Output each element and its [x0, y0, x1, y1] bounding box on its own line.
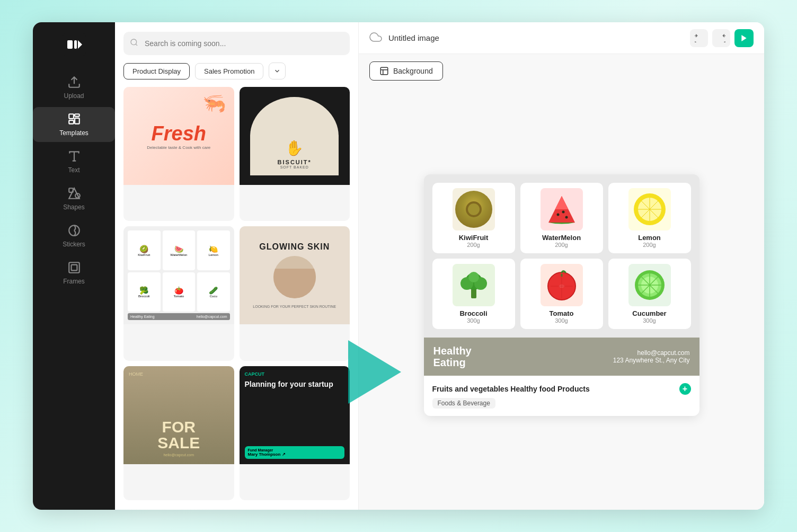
- broccoli-weight: 300g: [467, 317, 480, 324]
- watermelon-name: WaterMelon: [542, 234, 581, 242]
- tab-background-label: Background: [393, 67, 433, 75]
- fruit-cell-cucumber: Cucumber 300g: [608, 259, 691, 329]
- svg-rect-6: [75, 118, 79, 124]
- sidebar-item-label-shapes: Shapes: [63, 203, 85, 211]
- tomato-image: [541, 264, 583, 306]
- lemon-image: [628, 188, 671, 230]
- fruit-cell-tomato: Tomato 300g: [520, 259, 603, 329]
- template-glowing[interactable]: GLOWING SKIN LOOKING FOR YOUR PERFECT SK…: [240, 226, 350, 360]
- sidebar-item-label-upload: Upload: [64, 92, 84, 100]
- sidebar-item-shapes[interactable]: Shapes: [33, 181, 115, 216]
- template-biscuit[interactable]: ✋ BISCUIT* SOFT BAKED: [240, 87, 350, 221]
- cucumber-weight: 300g: [643, 317, 656, 324]
- filter-row: Product Display Sales Promotion: [123, 63, 350, 79]
- svg-rect-4: [69, 114, 74, 119]
- search-input[interactable]: [123, 32, 350, 55]
- broccoli-name: Broccoli: [459, 309, 487, 317]
- svg-rect-12: [71, 265, 77, 271]
- lemon-name: Lemon: [638, 234, 661, 242]
- header-actions: [690, 29, 754, 47]
- svg-point-19: [562, 211, 564, 214]
- redo-button[interactable]: [712, 29, 730, 47]
- kiwi-weight: 200g: [467, 242, 480, 248]
- template-forsale[interactable]: HOME FORSALE hello@capcut.com: [123, 366, 234, 500]
- sidebar-item-frames[interactable]: Frames: [33, 255, 115, 290]
- sidebar-item-label-text: Text: [68, 166, 79, 174]
- filter-more-button[interactable]: [269, 63, 286, 79]
- sidebar-item-upload[interactable]: Upload: [33, 70, 115, 105]
- fresh-title: Fresh: [152, 122, 206, 145]
- main-header: Untitled image: [359, 22, 764, 54]
- watermelon-image: [541, 188, 583, 230]
- footer-address: 123 Anywhere St., Any City: [613, 357, 690, 364]
- canvas-area: KiwiFruit 200g: [359, 81, 764, 510]
- cucumber-name: Cucumber: [632, 309, 666, 317]
- fruit-cell-broccoli: Broccoli 300g: [432, 259, 515, 329]
- tab-background[interactable]: Background: [369, 61, 443, 81]
- lemon-weight: 200g: [643, 242, 656, 248]
- kiwi-name: KiwiFruit: [459, 234, 489, 242]
- footer-brand: Healthy Eating: [433, 345, 472, 368]
- svg-point-18: [556, 214, 559, 216]
- canvas-info-title-text: Fruits and vegetables Healthy food Produ…: [432, 385, 590, 393]
- search-bar-wrap: [123, 32, 350, 55]
- canvas-info-title-row: Fruits and vegetables Healthy food Produ…: [432, 383, 691, 395]
- templates-grid: Fresh Delectable taste & Cook with care …: [123, 87, 350, 500]
- play-button[interactable]: [734, 29, 754, 47]
- fruit-cell-lemon: Lemon 200g: [608, 183, 691, 253]
- broccoli-image: [453, 264, 495, 306]
- cloud-icon: [369, 31, 382, 46]
- filter-sales-promotion[interactable]: Sales Promotion: [195, 63, 263, 79]
- app-logo: [63, 33, 86, 56]
- main-area: Untitled image: [359, 22, 764, 510]
- svg-rect-2: [74, 40, 77, 49]
- template-fresh[interactable]: Fresh Delectable taste & Cook with care …: [123, 87, 234, 221]
- svg-point-31: [468, 272, 479, 282]
- svg-rect-11: [69, 262, 79, 273]
- svg-marker-14: [741, 35, 746, 41]
- fruit-cell-kiwi: KiwiFruit 200g: [432, 183, 515, 253]
- tomato-weight: 300g: [555, 317, 568, 324]
- page-title: Untitled image: [388, 33, 684, 42]
- svg-rect-1: [67, 40, 73, 49]
- sidebar-item-label-templates: Templates: [59, 129, 88, 137]
- watermelon-weight: 200g: [555, 242, 568, 248]
- filter-product-display[interactable]: Product Display: [123, 63, 190, 79]
- sidebar-item-templates[interactable]: Templates: [33, 107, 115, 142]
- sidebar-item-text[interactable]: Text: [33, 144, 115, 179]
- fruit-cell-watermelon: WaterMelon 200g: [520, 183, 603, 253]
- template-healthy[interactable]: 🥝KiwiFruit 🍉WaterMelon 🍋Lemon 🥦Broccoli …: [123, 226, 234, 360]
- canvas-info: Fruits and vegetables Healthy food Produ…: [424, 376, 699, 416]
- footer-contact: hello@capcut.com 123 Anywhere St., Any C…: [613, 349, 690, 364]
- template-startup[interactable]: CAPCUT Planning for your startup Fund Ma…: [240, 366, 350, 500]
- sidebar-item-stickers[interactable]: Stickers: [33, 218, 115, 253]
- sidebar: Upload Templates Text Shapes: [33, 22, 115, 510]
- app-container: Upload Templates Text Shapes: [33, 22, 764, 510]
- canvas-footer: Healthy Eating hello@capcut.com 123 Anyw…: [424, 338, 699, 376]
- svg-rect-7: [69, 120, 74, 124]
- undo-button[interactable]: [690, 29, 708, 47]
- svg-rect-15: [380, 67, 388, 75]
- add-info-button[interactable]: +: [679, 383, 691, 395]
- tool-tabs: Background: [359, 54, 764, 81]
- canvas-card: KiwiFruit 200g: [424, 174, 699, 416]
- tomato-name: Tomato: [550, 309, 574, 317]
- kiwi-image: [453, 188, 495, 230]
- search-icon: [130, 38, 138, 49]
- footer-email: hello@capcut.com: [613, 349, 690, 357]
- canvas-grid: KiwiFruit 200g: [424, 174, 699, 338]
- svg-rect-27: [471, 289, 476, 298]
- svg-rect-5: [75, 114, 79, 116]
- panel: Product Display Sales Promotion Fresh De…: [115, 22, 359, 510]
- info-tag: Foods & Beverage: [432, 398, 495, 409]
- svg-point-20: [565, 216, 568, 219]
- cucumber-image: [628, 264, 671, 306]
- sidebar-item-label-frames: Frames: [63, 278, 85, 285]
- svg-point-13: [131, 39, 137, 45]
- sidebar-item-label-stickers: Stickers: [63, 241, 85, 248]
